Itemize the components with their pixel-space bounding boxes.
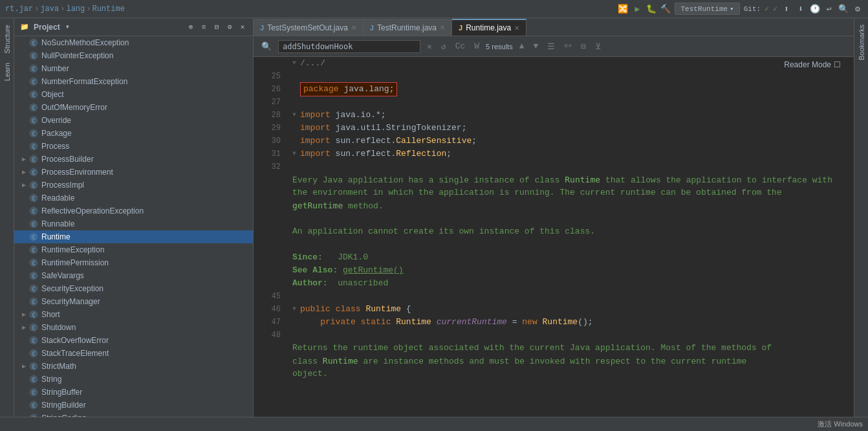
- code-content[interactable]: ▼/.../package java.lang;▼import java.io.…: [286, 57, 854, 417]
- run-icon[interactable]: ▶: [632, 4, 642, 14]
- breadcrumb-lang[interactable]: lang: [66, 5, 85, 14]
- search-everywhere-icon[interactable]: 🔍: [838, 4, 849, 14]
- line-number: 27: [254, 96, 281, 109]
- undo-icon[interactable]: ↩: [824, 4, 834, 14]
- line-number: 47: [254, 316, 281, 329]
- sidebar-item-bookmarks[interactable]: Bookmarks: [856, 21, 867, 64]
- git-push-icon[interactable]: ⬆: [781, 4, 792, 14]
- git-pull-icon[interactable]: ⬇: [796, 4, 806, 14]
- svg-text:C: C: [32, 157, 36, 163]
- fold-icon[interactable]: ▼: [290, 59, 299, 68]
- tree-item-stringbuilder[interactable]: CStringBuilder: [14, 399, 253, 412]
- tree-item-stackoverflowerror[interactable]: CStackOverflowError: [14, 334, 253, 347]
- svg-text:C: C: [32, 390, 36, 396]
- s47a: [356, 316, 361, 329]
- tree-item-override[interactable]: COverride: [14, 114, 253, 127]
- tab-testsystemsetout.java[interactable]: JTestSystemSetOut.java ✕: [254, 19, 363, 36]
- settings-icon[interactable]: ⚙: [852, 4, 863, 14]
- tree-item-processenvironment[interactable]: ▶CProcessEnvironment: [14, 166, 253, 179]
- tree-item-stacktraceelement[interactable]: CStackTraceElement: [14, 347, 253, 360]
- tree-arrow-icon: [19, 116, 28, 125]
- tree-item-runtimepermission[interactable]: CRuntimePermission: [14, 256, 253, 269]
- tree-item-outofmemoryerror[interactable]: COutOfMemoryError: [14, 101, 253, 114]
- tree-item-readable[interactable]: CReadable: [14, 192, 253, 204]
- reader-mode-button[interactable]: Reader Mode ☐: [784, 58, 841, 71]
- tree-item-string[interactable]: CString: [14, 373, 253, 386]
- flatten-icon[interactable]: ⊟: [212, 22, 222, 32]
- bottom-bar: 激活 Windows: [0, 417, 868, 431]
- line-number: [254, 251, 281, 264]
- tab-close-icon[interactable]: ✕: [514, 25, 519, 32]
- git-history-icon[interactable]: 🕐: [810, 4, 820, 14]
- tree-item-safevarargs[interactable]: CSafeVarargs: [14, 269, 253, 282]
- fold-icon-46[interactable]: ▼: [290, 305, 299, 314]
- doc-line-2: the environment in which the application…: [292, 186, 782, 199]
- tree-item-short[interactable]: ▶CShort: [14, 308, 253, 321]
- tree-item-number[interactable]: CNumber: [14, 62, 253, 75]
- tree-item-nosuchmethodexception[interactable]: CNoSuchMethodException: [14, 36, 253, 49]
- tab-runtime.java[interactable]: JRuntime.java ✕: [452, 19, 526, 36]
- tree-item-stringcoding[interactable]: CStringCoding: [14, 412, 253, 417]
- class-icon: C: [28, 400, 39, 410]
- tree-item-object[interactable]: CObject: [14, 88, 253, 101]
- tree-item-package[interactable]: CPackage: [14, 127, 253, 140]
- tree-item-runnable[interactable]: CRunnable: [14, 217, 253, 230]
- tree-item-process[interactable]: CProcess: [14, 140, 253, 153]
- breadcrumb-runtime[interactable]: Runtime: [92, 5, 124, 14]
- settings-panel-icon[interactable]: ⚙: [224, 22, 235, 32]
- tree-item-runtimeexception[interactable]: CRuntimeException: [14, 243, 253, 256]
- tree-item-processbuilder[interactable]: ▶CProcessBuilder: [14, 153, 253, 166]
- sidebar-item-structure[interactable]: Structure: [2, 21, 12, 58]
- dropdown-icon[interactable]: ▾: [65, 22, 70, 32]
- tree-item-label: Package: [41, 129, 72, 138]
- line-number: 46: [254, 303, 281, 316]
- tree-item-nullpointerexception[interactable]: CNullPointerException: [14, 49, 253, 62]
- tree-item-securitymanager[interactable]: CSecurityManager: [14, 295, 253, 308]
- doc-author-label: Author:: [292, 277, 338, 290]
- search-refresh-icon[interactable]: ↺: [439, 40, 449, 53]
- breadcrumb-rtjar[interactable]: rt.jar: [5, 5, 33, 14]
- collapse-icon[interactable]: ≡: [199, 22, 209, 32]
- fold-icon-31[interactable]: ▼: [290, 149, 299, 159]
- next-result-icon[interactable]: ▼: [530, 40, 541, 52]
- tab-close-icon[interactable]: ✕: [351, 24, 356, 31]
- highlight-icon[interactable]: ☰: [545, 40, 558, 53]
- svg-text:C: C: [32, 313, 36, 318]
- prev-result-icon[interactable]: ▲: [517, 40, 527, 52]
- context-lines-icon[interactable]: ≡+: [561, 41, 574, 51]
- tree-item-shutdown[interactable]: ▶CShutdown: [14, 321, 253, 334]
- tree-arrow-icon: [19, 258, 28, 267]
- tree-item-processimpl[interactable]: ▶CProcessImpl: [14, 179, 253, 192]
- import-path-2: java.util.StringTokenizer;: [331, 122, 467, 135]
- build-icon[interactable]: 🔨: [660, 4, 671, 14]
- search-close-icon[interactable]: ✕: [424, 40, 435, 53]
- doc-see-val[interactable]: getRuntime(): [343, 264, 404, 277]
- vcs-icon[interactable]: 🔀: [618, 4, 628, 14]
- reader-mode-toggle-icon[interactable]: ☐: [834, 58, 841, 71]
- tree-item-securityexception[interactable]: CSecurityException: [14, 282, 253, 295]
- search-input[interactable]: [278, 40, 420, 53]
- tree-item-runtime[interactable]: CRuntime: [14, 230, 253, 243]
- whole-word-icon[interactable]: W: [472, 40, 482, 52]
- run-config-button[interactable]: TestRuntime ▾: [675, 3, 739, 15]
- tab-close-icon[interactable]: ✕: [440, 24, 445, 31]
- funnel-icon[interactable]: ⊻: [592, 40, 604, 53]
- tree-item-stringbuffer[interactable]: CStringBuffer: [14, 386, 253, 399]
- scope-icon[interactable]: ⊕: [186, 22, 196, 32]
- tree-item-numberformatexception[interactable]: CNumberFormatException: [14, 75, 253, 88]
- breadcrumb: rt.jar › java › lang › Runtime: [5, 5, 125, 14]
- doc-since-label: Since:: [292, 251, 338, 264]
- breadcrumb-java[interactable]: java: [40, 5, 59, 14]
- code-line: import java.util.StringTokenizer;: [292, 122, 854, 135]
- sidebar-item-learn[interactable]: Learn: [2, 59, 12, 85]
- tree-item-reflectiveoperationexception[interactable]: CReflectiveOperationException: [14, 204, 253, 217]
- debug-icon[interactable]: 🐛: [646, 4, 656, 14]
- code-line: [292, 329, 854, 342]
- left-sidebar-strip: Structure Learn: [0, 18, 14, 417]
- tab-testruntime.java[interactable]: JTestRuntime.java ✕: [363, 19, 452, 36]
- tree-item-strictmath[interactable]: ▶CStrictMath: [14, 360, 253, 373]
- match-case-icon[interactable]: Cc: [453, 40, 468, 52]
- fold-icon-28[interactable]: ▼: [290, 111, 299, 120]
- filter-icon[interactable]: ⊟: [578, 40, 589, 53]
- close-panel-icon[interactable]: ✕: [237, 22, 248, 32]
